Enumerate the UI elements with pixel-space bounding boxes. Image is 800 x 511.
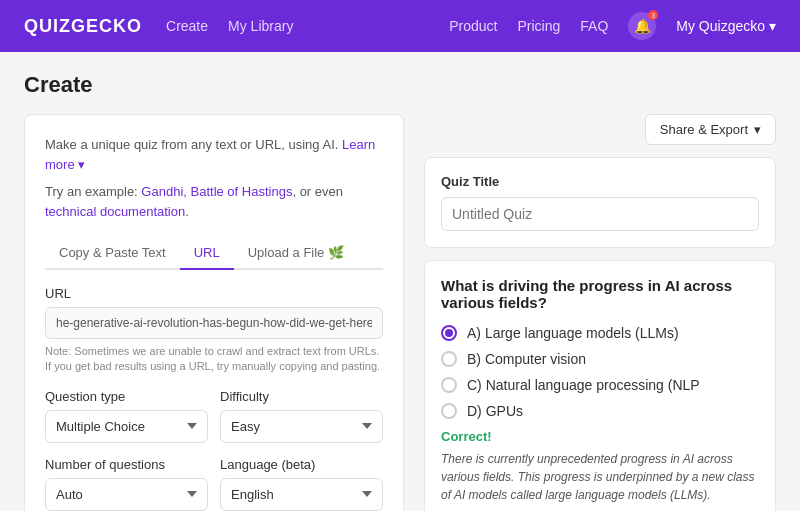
difficulty-label: Difficulty: [220, 389, 383, 404]
question-type-select[interactable]: Multiple Choice True/False Short Answer: [45, 410, 208, 443]
nav-create[interactable]: Create: [166, 18, 208, 34]
correct-badge: Correct!: [441, 429, 759, 444]
nav-right: Product Pricing FAQ 🔔 3 My Quizgecko ▾: [449, 12, 776, 40]
quiz-title-box: Quiz Title: [424, 157, 776, 248]
nav-faq[interactable]: FAQ: [580, 18, 608, 34]
num-questions-group: Number of questions Auto 5 10 15 20: [45, 457, 208, 511]
notification-badge: 3: [648, 10, 658, 20]
share-export-bar: Share & Export ▾: [424, 114, 776, 145]
radio-1b[interactable]: [441, 351, 457, 367]
answer-label-1a: A) Large language models (LLMs): [467, 325, 679, 341]
language-label: Language (beta): [220, 457, 383, 472]
answer-option-1b[interactable]: B) Computer vision: [441, 351, 759, 367]
question-type-label: Question type: [45, 389, 208, 404]
chevron-down-icon: ▾: [754, 122, 761, 137]
num-questions-select[interactable]: Auto 5 10 15 20: [45, 478, 208, 511]
nav-links: Create My Library: [166, 18, 293, 34]
share-export-label: Share & Export: [660, 122, 748, 137]
example-text: Try an example: Gandhi, Battle of Hastin…: [45, 182, 383, 221]
question-1-text: What is driving the progress in AI acros…: [441, 277, 759, 311]
quiz-title-label: Quiz Title: [441, 174, 759, 189]
intro-text: Make a unique quiz from any text or URL,…: [45, 135, 383, 174]
radio-1d[interactable]: [441, 403, 457, 419]
difficulty-select[interactable]: Easy Medium Hard: [220, 410, 383, 443]
url-hint: Note: Sometimes we are unable to crawl a…: [45, 344, 383, 375]
url-input[interactable]: [45, 307, 383, 339]
answer-option-1c[interactable]: C) Natural language processing (NLP: [441, 377, 759, 393]
num-questions-label: Number of questions: [45, 457, 208, 472]
brand-logo[interactable]: QUIZGECKO: [24, 16, 142, 37]
answer-label-1d: D) GPUs: [467, 403, 523, 419]
share-export-button[interactable]: Share & Export ▾: [645, 114, 776, 145]
right-panel: Share & Export ▾ Quiz Title What is driv…: [424, 114, 776, 511]
page: Create Make a unique quiz from any text …: [0, 52, 800, 511]
nav-user-menu[interactable]: My Quizgecko ▾: [676, 18, 776, 34]
answer-label-1c: C) Natural language processing (NLP: [467, 377, 700, 393]
example-gandhi-link[interactable]: Gandhi: [141, 184, 183, 199]
url-label: URL: [45, 286, 383, 301]
tab-upload[interactable]: Upload a File 🌿: [234, 237, 358, 270]
chevron-down-icon: ▾: [769, 18, 776, 34]
notification-bell[interactable]: 🔔 3: [628, 12, 656, 40]
language-group: Language (beta) English Spanish French G…: [220, 457, 383, 511]
main-layout: Make a unique quiz from any text or URL,…: [24, 114, 776, 511]
explanation-1: There is currently unprecedented progres…: [441, 450, 759, 504]
radio-1c[interactable]: [441, 377, 457, 393]
question-type-group: Question type Multiple Choice True/False…: [45, 389, 208, 443]
example-docs-link[interactable]: technical documentation: [45, 204, 185, 219]
form-row-2: Number of questions Auto 5 10 15 20 Lang…: [45, 457, 383, 511]
answer-option-1d[interactable]: D) GPUs: [441, 403, 759, 419]
answer-label-1b: B) Computer vision: [467, 351, 586, 367]
tab-copy-paste[interactable]: Copy & Paste Text: [45, 237, 180, 270]
navbar: QUIZGECKO Create My Library Product Pric…: [0, 0, 800, 52]
form-row-1: Question type Multiple Choice True/False…: [45, 389, 383, 443]
page-title: Create: [24, 72, 776, 98]
left-panel: Make a unique quiz from any text or URL,…: [24, 114, 404, 511]
example-hastings-link[interactable]: Battle of Hastings: [191, 184, 293, 199]
language-select[interactable]: English Spanish French German: [220, 478, 383, 511]
radio-1a[interactable]: [441, 325, 457, 341]
difficulty-group: Difficulty Easy Medium Hard: [220, 389, 383, 443]
nav-product[interactable]: Product: [449, 18, 497, 34]
answer-option-1a[interactable]: A) Large language models (LLMs): [441, 325, 759, 341]
tab-url[interactable]: URL: [180, 237, 234, 270]
tab-bar: Copy & Paste Text URL Upload a File 🌿: [45, 237, 383, 270]
question-card-1: What is driving the progress in AI acros…: [424, 260, 776, 511]
nav-my-library[interactable]: My Library: [228, 18, 293, 34]
quiz-title-input[interactable]: [441, 197, 759, 231]
nav-pricing[interactable]: Pricing: [517, 18, 560, 34]
